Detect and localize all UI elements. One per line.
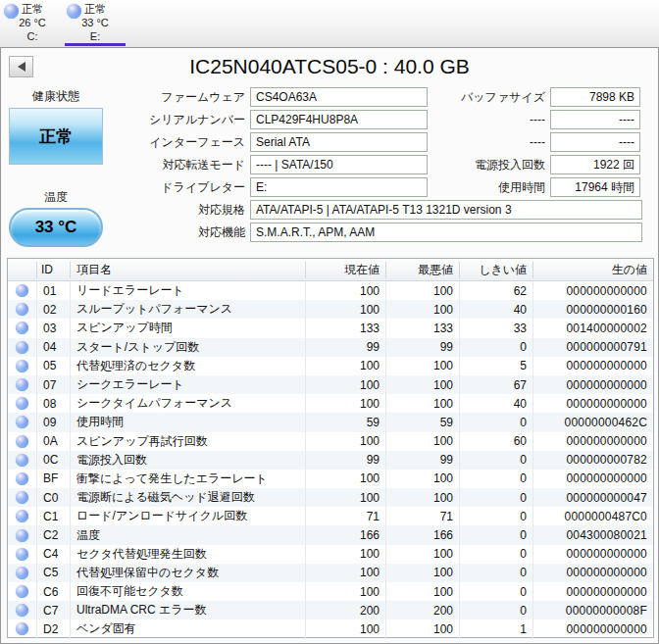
table-row[interactable]: 03 スピンアップ時間 133 133 33 001400000002 — [8, 319, 653, 337]
cell-current: 100 — [306, 488, 386, 507]
cell-worst: 71 — [386, 507, 460, 525]
cell-raw: 00000000008F — [533, 601, 653, 619]
cell-worst: 200 — [386, 601, 460, 619]
cell-name: ベンダ固有 — [71, 619, 306, 638]
drive-tab-e[interactable]: 正常 33 °C E: — [65, 0, 126, 47]
cell-current: 99 — [306, 451, 386, 470]
cell-threshold: 0 — [460, 338, 533, 357]
cell-worst: 100 — [386, 281, 460, 300]
cell-raw: 000000000000 — [533, 619, 653, 638]
info-row: 対応規格 ATA/ATAPI-5 | ATA/ATAPI-5 T13 1321D… — [128, 200, 642, 220]
table-row[interactable]: BF 衝撃によって発生したエラーレート 100 100 0 0000000000… — [8, 470, 653, 488]
cell-id: 02 — [37, 300, 71, 319]
table-row[interactable]: 05 代替処理済のセクタ数 100 100 5 000000000000 — [8, 357, 653, 375]
cell-current: 100 — [306, 357, 386, 375]
cell-name: 代替処理保留中のセクタ数 — [71, 564, 306, 582]
attribute-status-icon — [8, 582, 37, 601]
cell-raw: 000000000000 — [533, 281, 653, 300]
table-row[interactable]: 0A スピンアップ再試行回数 100 100 60 000000000000 — [8, 432, 653, 451]
table-row[interactable]: 02 スループットパフォーマンス 100 100 40 000000000160 — [8, 300, 653, 319]
info-value-field: 7898 KB — [550, 87, 640, 107]
table-header: ID 項目名 現在値 最悪値 しきい値 生の値 — [8, 259, 653, 281]
cell-raw: 004300080021 — [533, 525, 653, 544]
cell-threshold: 40 — [460, 394, 533, 413]
table-row[interactable]: C5 代替処理保留中のセクタ数 100 100 0 000000000000 — [8, 564, 653, 582]
cell-id: C6 — [37, 582, 71, 601]
cell-name: 衝撃によって発生したエラーレート — [71, 470, 306, 488]
selected-tab-indicator — [65, 43, 126, 46]
cell-raw: 000000000000 — [533, 545, 653, 564]
info-label: 使用時間 — [437, 177, 550, 197]
info-row: ---- ---- — [437, 132, 640, 152]
cell-raw: 001400000002 — [533, 319, 653, 337]
table-row[interactable]: C1 ロード/アンロードサイクル回数 71 71 0 0000000487C0 — [8, 507, 653, 525]
cell-name: セクタ代替処理発生回数 — [71, 545, 306, 564]
table-row[interactable]: D2 ベンダ固有 100 100 1 000000000000 — [8, 619, 653, 638]
cell-current: 200 — [306, 601, 386, 619]
table-row[interactable]: C6 回復不可能セクタ数 100 100 0 000000000000 — [8, 582, 653, 601]
info-row: バッファサイズ 7898 KB — [437, 87, 640, 107]
cell-name: スループットパフォーマンス — [71, 300, 306, 319]
info-row: ファームウェア CS4OA63A — [128, 87, 428, 107]
cell-worst: 100 — [386, 375, 460, 394]
cell-threshold: 62 — [460, 281, 533, 300]
table-row[interactable]: 01 リードエラーレート 100 100 62 000000000000 — [8, 281, 653, 300]
attribute-status-icon — [8, 413, 37, 431]
info-row: 電源投入回数 1922 回 — [437, 155, 640, 174]
cell-name: 代替処理済のセクタ数 — [71, 357, 306, 375]
disk-title: IC25N040ATCS05-0 : 40.0 GB — [40, 55, 619, 78]
cell-worst: 59 — [386, 413, 460, 431]
health-status-label: 健康状態 — [9, 88, 103, 105]
table-row[interactable]: C4 セクタ代替処理発生回数 100 100 0 000000000000 — [8, 545, 653, 564]
cell-worst: 100 — [386, 357, 460, 375]
cell-name: リードエラーレート — [71, 281, 306, 300]
cell-name: ロード/アンロードサイクル回数 — [71, 507, 306, 525]
cell-id: D2 — [37, 619, 71, 638]
cell-raw: 000000000000 — [533, 432, 653, 451]
column-header-name: 項目名 — [71, 262, 306, 278]
cell-id: C1 — [37, 507, 71, 525]
health-status-button[interactable]: 正常 — [9, 108, 103, 165]
table-row[interactable]: 09 使用時間 59 59 0 00000000462C — [8, 413, 653, 431]
cell-threshold: 0 — [460, 525, 533, 544]
table-row[interactable]: C7 UltraDMA CRC エラー数 200 200 0 000000000… — [8, 601, 653, 619]
table-row[interactable]: 08 シークタイムパフォーマンス 100 100 40 000000000000 — [8, 394, 653, 413]
drive-tab-c[interactable]: 正常 26 °C C: — [2, 0, 63, 47]
attribute-status-icon — [8, 319, 37, 337]
info-label: バッファサイズ — [437, 87, 550, 107]
cell-id: 05 — [37, 357, 71, 375]
info-label: ---- — [437, 132, 550, 152]
cell-threshold: 67 — [460, 375, 533, 394]
table-row[interactable]: C0 電源断による磁気ヘッド退避回数 100 100 0 00000000004… — [8, 488, 653, 507]
cell-id: 03 — [37, 319, 71, 337]
temperature-button[interactable]: 33 °C — [9, 208, 103, 247]
cell-name: スピンアップ再試行回数 — [71, 432, 306, 451]
table-row[interactable]: 04 スタート/ストップ回数 99 99 0 000000000791 — [8, 338, 653, 357]
info-label: シリアルナンバー — [128, 110, 250, 129]
cell-worst: 100 — [386, 300, 460, 319]
table-row[interactable]: 0C 電源投入回数 99 99 0 000000000782 — [8, 451, 653, 470]
cell-raw: 00000000462C — [533, 413, 653, 431]
tab-health-status: 正常 — [22, 2, 43, 16]
cell-current: 166 — [306, 525, 386, 544]
cell-threshold: 0 — [460, 470, 533, 488]
cell-worst: 100 — [386, 432, 460, 451]
cell-name: 使用時間 — [71, 413, 306, 431]
cell-worst: 99 — [386, 451, 460, 470]
attribute-status-icon — [8, 601, 37, 619]
attribute-status-icon — [8, 281, 37, 300]
info-grid-left: ファームウェア CS4OA63A シリアルナンバー CLP429F4HU8P8A… — [128, 87, 428, 200]
smart-attributes-table: ID 項目名 現在値 最悪値 しきい値 生の値 01 リードエラーレート 100… — [7, 258, 654, 638]
attribute-status-icon — [8, 619, 37, 638]
table-row[interactable]: 07 シークエラーレート 100 100 67 000000000000 — [8, 375, 653, 394]
info-value-field: 17964 時間 — [550, 177, 640, 197]
cell-worst: 100 — [386, 582, 460, 601]
cell-worst: 100 — [386, 564, 460, 582]
table-row[interactable]: C2 温度 166 166 0 004300080021 — [8, 525, 653, 544]
cell-current: 100 — [306, 619, 386, 638]
info-row: 対応機能 S.M.A.R.T., APM, AAM — [128, 223, 642, 242]
cell-worst: 100 — [386, 488, 460, 507]
back-button[interactable] — [9, 56, 33, 77]
attribute-status-icon — [8, 432, 37, 451]
cell-name: 電源投入回数 — [71, 451, 306, 470]
